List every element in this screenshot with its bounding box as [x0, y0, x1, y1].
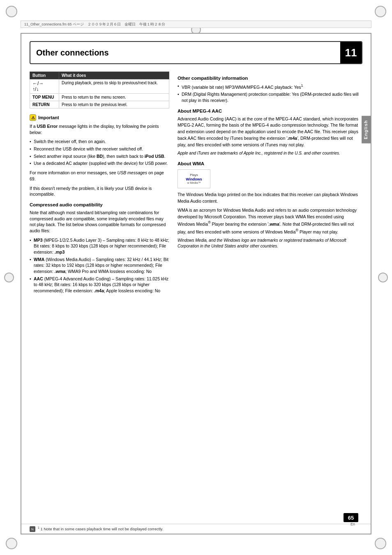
compressed-audio-intro: Note that although most standard bit/sam… — [30, 210, 169, 234]
corner-decoration-tl — [6, 6, 17, 17]
corner-decoration-bl — [6, 538, 17, 549]
right-column: Other compatibility information VBR (var… — [178, 72, 362, 297]
list-item: Select another input source (like BD), t… — [30, 153, 169, 160]
wm-logo-line3: w Media™ — [187, 181, 201, 185]
footer-bar: N 1 1 Note that in some cases playback t… — [21, 524, 371, 534]
chapter-header: Other connections 11 — [30, 41, 362, 64]
page-locale: En — [350, 522, 355, 526]
about-wma-title: About WMA — [178, 161, 362, 166]
important-closing: If this doesn't remedy the problem, it i… — [30, 185, 169, 197]
button-top-menu-desc: Press to return to the menu screen. — [59, 94, 169, 101]
button-return-desc: Press to return to the previous level. — [59, 101, 169, 109]
chapter-title: Other connections — [30, 45, 340, 61]
important-header: ⚠ Important — [30, 114, 169, 121]
list-item: WMA (Windows Media Audio) – Sampling rat… — [30, 257, 169, 275]
compressed-audio-section: Compressed audio compatibility Note that… — [30, 202, 169, 294]
list-item: Switch the receiver off, then on again. — [30, 139, 169, 145]
list-item: MP3 (MPEG-1/2/2.5 Audio Layer 3) – Sampl… — [30, 237, 169, 255]
windows-media-logo: Plays Windows w Media™ — [178, 169, 210, 188]
wma-body1: The Windows Media logo printed on the bo… — [178, 192, 362, 205]
mid-decoration-left — [4, 273, 14, 282]
button-top-menu: TOP MENU — [30, 94, 59, 101]
table-row: TOP MENU Press to return to the menu scr… — [30, 94, 169, 101]
button-desc: During playback, press to skip to previo… — [59, 79, 169, 94]
corner-decoration-br — [375, 538, 386, 549]
header-strip: 11_Other_connections.fm 65 ページ ２００９年２月６日… — [21, 21, 371, 28]
footer-note-content: 1 Note that in some cases playback time … — [41, 527, 164, 531]
compressed-audio-title: Compressed audio compatibility — [30, 202, 169, 207]
mpeg4-aac-title: About MPEG-4 AAC — [178, 109, 362, 113]
table-row: RETURN Press to return to the previous l… — [30, 101, 169, 109]
important-footnote: For more information on error messages, … — [30, 170, 169, 182]
file-info: 11_Other_connections.fm 65 ページ ２００９年２月６日… — [24, 22, 165, 27]
mpeg4-aac-section: About MPEG-4 AAC Advanced Audio Coding (… — [178, 109, 362, 157]
important-title: Important — [38, 115, 59, 120]
wm-logo-line1: Plays — [190, 173, 198, 177]
corner-decoration-tr — [375, 6, 386, 17]
important-bullets: Switch the receiver off, then on again. … — [30, 139, 169, 166]
list-item: Reconnect the USB device with the receiv… — [30, 146, 169, 152]
left-column: Button What it does ←/→↑/↓ During playba… — [30, 72, 169, 297]
page-number: 65 — [344, 513, 358, 522]
important-section: ⚠ Important If a USB Error message light… — [30, 114, 169, 197]
list-item: Use a dedicated AC adapter (supplied wit… — [30, 160, 169, 166]
list-item: DRM (Digital Rights Management) protecti… — [178, 91, 362, 103]
compat-bullets: VBR (variable bit rate) MP3/WMA/MPEG-4 A… — [178, 83, 362, 104]
page-outer: English Other connections 11 Button What… — [21, 33, 371, 534]
other-compat-title: Other compatibility information — [178, 76, 362, 81]
list-item: AAC (MPEG-4 Advanced Audio Coding) – Sam… — [30, 276, 169, 294]
english-tab: English — [362, 116, 371, 143]
mpeg4-aac-body: Advanced Audio Coding (AAC) is at the co… — [178, 116, 362, 148]
table-header-button: Button — [30, 72, 59, 79]
warning-icon: ⚠ — [30, 114, 36, 121]
table-row: ←/→↑/↓ During playback, press to skip to… — [30, 79, 169, 94]
footer-note-text: 1 1 Note that in some cases playback tim… — [38, 526, 163, 532]
important-intro: If a USB Error message lights in the dis… — [30, 123, 169, 135]
button-table: Button What it does ←/→↑/↓ During playba… — [30, 72, 169, 109]
format-list: MP3 (MPEG-1/2/2.5 Audio Layer 3) – Sampl… — [30, 237, 169, 294]
mpeg4-aac-trademark: Apple and iTunes are trademarks of Apple… — [178, 150, 362, 156]
wm-logo-line2: Windows — [186, 177, 202, 182]
content-area: Button What it does ←/→↑/↓ During playba… — [30, 72, 362, 297]
list-item: VBR (variable bit rate) MP3/WMA/MPEG-4 A… — [178, 83, 362, 90]
note-icon: N — [30, 526, 35, 532]
button-symbol: ←/→↑/↓ — [30, 79, 59, 94]
about-wma-section: About WMA Plays Windows w Media™ The Win… — [178, 161, 362, 249]
button-return: RETURN — [30, 101, 59, 109]
wma-trademark: Windows Media, and the Windows logo are … — [178, 238, 362, 249]
table-header-what: What it does — [59, 72, 169, 79]
wma-body2: WMA is an acronym for Windows Media Audi… — [178, 207, 362, 235]
mid-decoration-right — [378, 273, 388, 282]
chapter-number: 11 — [340, 42, 362, 63]
other-compat-section: Other compatibility information VBR (var… — [178, 76, 362, 104]
